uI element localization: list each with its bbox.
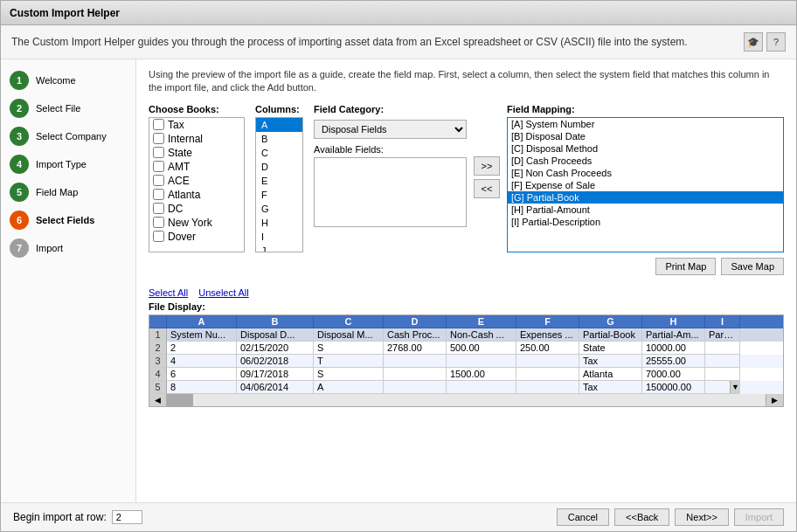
sidebar-item-select-company[interactable]: 3 Select Company: [1, 122, 135, 150]
col-E[interactable]: E: [256, 174, 302, 188]
columns-panel: Columns: A B C D E F G H I J K L: [255, 104, 303, 275]
book-atlanta-checkbox[interactable]: [153, 189, 164, 200]
book-state-checkbox[interactable]: [153, 147, 164, 158]
question-icon-button[interactable]: ?: [766, 32, 786, 52]
cell-1-f: Expenses ...: [516, 328, 579, 342]
books-panel: Choose Books: Tax Internal State AMT ACE…: [149, 104, 245, 275]
col-B[interactable]: B: [256, 132, 302, 146]
mapping-item-e[interactable]: [E] Non Cash Proceeds: [508, 167, 783, 179]
book-dc-checkbox[interactable]: [153, 203, 164, 214]
book-dc[interactable]: DC: [149, 202, 244, 216]
col-I[interactable]: I: [256, 230, 302, 244]
cell-1-a: System Nu...: [167, 328, 237, 342]
field-mapping-label: Field Mapping:: [507, 104, 784, 114]
mapping-item-i[interactable]: [I] Partial-Description: [508, 216, 783, 228]
cell-3-d: [384, 355, 447, 368]
mapping-item-d[interactable]: [D] Cash Proceeds: [508, 155, 783, 167]
scroll-right-button[interactable]: ▶: [766, 394, 783, 406]
mapping-item-h[interactable]: [H] Partial-Amount: [508, 204, 783, 216]
select-all-button[interactable]: Select All: [149, 287, 188, 298]
book-amt-checkbox[interactable]: [153, 161, 164, 172]
sidebar-item-select-file[interactable]: 2 Select File: [1, 94, 135, 122]
cell-5-i: ▼: [705, 381, 740, 394]
header-col-b: B: [237, 315, 314, 328]
print-map-button[interactable]: Print Map: [655, 258, 716, 275]
book-amt[interactable]: AMT: [149, 160, 244, 174]
book-tax[interactable]: Tax: [149, 118, 244, 132]
book-dover-checkbox[interactable]: [153, 231, 164, 242]
available-fields-label: Available Fields:: [314, 144, 467, 155]
book-dover[interactable]: Dover: [149, 230, 244, 244]
cell-5-c: A: [314, 381, 384, 394]
col-A[interactable]: A: [256, 118, 302, 132]
cell-3-c: T: [314, 355, 384, 368]
book-atlanta[interactable]: Atlanta: [149, 188, 244, 202]
mapping-item-f[interactable]: [F] Expense of Sale: [508, 179, 783, 191]
header-col-i: I: [705, 315, 740, 328]
next-button[interactable]: Next>>: [675, 508, 728, 526]
sidebar-item-import-type[interactable]: 4 Import Type: [1, 150, 135, 178]
scroll-down-indicator: ▼: [730, 381, 740, 393]
header-col-e: E: [447, 315, 516, 328]
begin-import-input[interactable]: [112, 510, 142, 524]
col-G[interactable]: G: [256, 202, 302, 216]
book-newyork-checkbox[interactable]: [153, 217, 164, 228]
header-col-f: F: [516, 315, 579, 328]
col-J[interactable]: J: [256, 244, 302, 252]
book-internal-checkbox[interactable]: [153, 133, 164, 144]
save-map-button[interactable]: Save Map: [721, 258, 784, 275]
book-state[interactable]: State: [149, 146, 244, 160]
field-mapping-listbox[interactable]: [A] System Number [B] Disposal Date [C] …: [507, 117, 784, 252]
nav-buttons: Cancel <<Back Next>> Import: [557, 508, 784, 526]
book-ace-checkbox[interactable]: [153, 175, 164, 186]
scroll-thumb[interactable]: [167, 394, 193, 406]
scroll-track[interactable]: [167, 394, 766, 406]
cell-4-a: 6: [167, 368, 237, 381]
selection-links: Select All Unselect All: [149, 287, 784, 298]
books-listbox[interactable]: Tax Internal State AMT ACE Atlanta DC Ne…: [149, 117, 245, 252]
sidebar-item-select-fields[interactable]: 6 Select Fields: [1, 206, 135, 234]
cell-3-g: Tax: [579, 355, 642, 368]
unselect-all-button[interactable]: Unselect All: [198, 287, 248, 298]
cell-5-d: [384, 381, 447, 394]
mapping-item-c[interactable]: [C] Disposal Method: [508, 142, 783, 155]
step-label-5: Field Map: [36, 187, 78, 197]
sidebar-item-import[interactable]: 7 Import: [1, 234, 135, 262]
sidebar-item-field-map[interactable]: 5 Field Map: [1, 178, 135, 206]
col-C[interactable]: C: [256, 146, 302, 160]
mapping-item-a[interactable]: [A] System Number: [508, 118, 783, 130]
cell-2-c: S: [314, 342, 384, 355]
available-fields-box[interactable]: [314, 157, 467, 227]
book-ace[interactable]: ACE: [149, 174, 244, 188]
import-button[interactable]: Import: [734, 508, 784, 526]
desc-icons: 🎓 ?: [744, 32, 786, 52]
cell-2-e: 500.00: [447, 342, 516, 355]
mapping-item-g[interactable]: [G] Partial-Book: [508, 191, 783, 204]
begin-import-section: Begin import at row:: [13, 510, 142, 524]
step-circle-2: 2: [10, 99, 29, 118]
field-category-label: Field Category:: [314, 104, 384, 114]
field-cat-row: Field Category:: [314, 104, 467, 117]
sidebar-item-welcome[interactable]: 1 Welcome: [1, 66, 135, 94]
columns-listbox[interactable]: A B C D E F G H I J K L: [255, 117, 303, 252]
col-H[interactable]: H: [256, 216, 302, 230]
col-D[interactable]: D: [256, 160, 302, 174]
mapping-item-b[interactable]: [B] Disposal Date: [508, 130, 783, 142]
field-mapping-panel: Field Mapping: [A] System Number [B] Dis…: [507, 104, 784, 275]
add-arrow-button[interactable]: >>: [474, 156, 500, 176]
horizontal-scrollbar[interactable]: ◀ ▶: [149, 395, 784, 407]
cell-4-d: [384, 368, 447, 381]
remove-arrow-button[interactable]: <<: [474, 179, 500, 198]
col-F[interactable]: F: [256, 188, 302, 202]
book-new-york[interactable]: New York: [149, 216, 244, 230]
scroll-left-button[interactable]: ◀: [149, 394, 167, 406]
book-tax-checkbox[interactable]: [153, 119, 164, 130]
arrow-buttons: >> <<: [474, 104, 500, 198]
field-category-select[interactable]: Disposal Fields: [314, 120, 467, 139]
back-button[interactable]: <<Back: [614, 508, 669, 526]
cell-5-h: 150000.00: [642, 381, 705, 394]
step-label-6: Select Fields: [36, 215, 94, 225]
book-internal[interactable]: Internal: [149, 132, 244, 146]
cancel-button[interactable]: Cancel: [557, 508, 609, 526]
help-icon-button[interactable]: 🎓: [744, 32, 763, 52]
